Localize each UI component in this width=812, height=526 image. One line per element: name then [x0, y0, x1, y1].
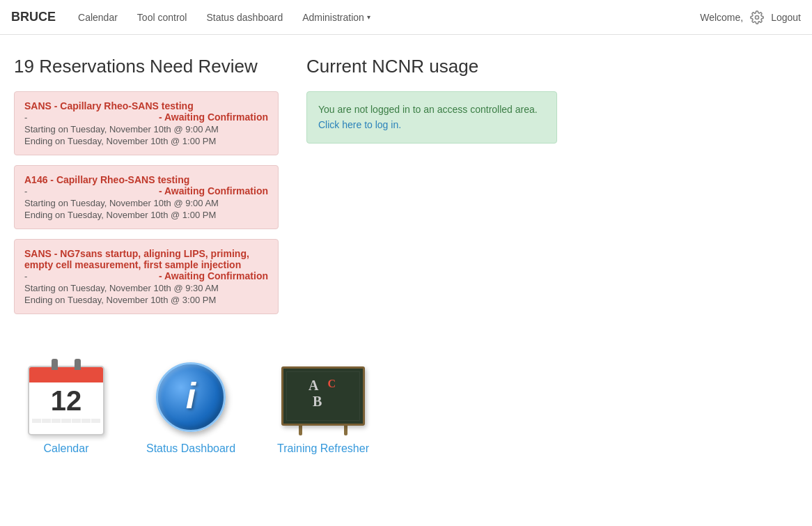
calendar-icon-label: Calendar	[44, 442, 89, 455]
left-column: 19 Reservations Need Review SANS - Capil…	[14, 56, 279, 324]
card-2-title: A146 - Capillary Rheo-SANS testing	[24, 174, 268, 185]
card-2-line2: Ending on Tuesday, November 10th @ 1:00 …	[24, 210, 268, 220]
logout-button[interactable]: Logout	[771, 12, 801, 23]
card-3-line1: Starting on Tuesday, November 10th @ 9:3…	[24, 283, 268, 293]
card-2-line1: Starting on Tuesday, November 10th @ 9:0…	[24, 198, 268, 208]
reservation-card-2[interactable]: A146 - Capillary Rheo-SANS testing - - A…	[14, 165, 279, 229]
welcome-text: Welcome,	[700, 12, 743, 23]
card-3-title: SANS - NG7sans startup, aligning LIPS, p…	[24, 248, 268, 270]
status-icon-label: Status Dashboard	[146, 442, 235, 455]
card-3-awaiting: - Awaiting Confirmation	[159, 270, 268, 281]
card-3-dash: -	[24, 271, 27, 281]
info-circle-bg: i	[156, 362, 226, 432]
reservation-card-3[interactable]: SANS - NG7sans startup, aligning LIPS, p…	[14, 239, 279, 314]
card-2-awaiting: - Awaiting Confirmation	[159, 185, 268, 196]
nav-tool-control[interactable]: Tool control	[129, 8, 196, 27]
card-1-line2: Ending on Tuesday, November 10th @ 1:00 …	[24, 136, 268, 146]
reservations-title: 19 Reservations Need Review	[14, 56, 279, 77]
card-2-dash: -	[24, 186, 27, 196]
nav-status-dashboard[interactable]: Status dashboard	[198, 8, 291, 27]
training-icon-label: Training Refresher	[277, 442, 369, 455]
card-1-title: SANS - Capillary Rheo-SANS testing	[24, 100, 268, 111]
training-refresher-shortcut[interactable]: A C B Training Refresher	[277, 366, 369, 455]
card-1-dash: -	[24, 112, 27, 123]
main-content: 19 Reservations Need Review SANS - Capil…	[0, 35, 812, 338]
navbar-right: Welcome, Logout	[700, 10, 801, 24]
brand-logo: BRUCE	[11, 10, 56, 24]
navbar: BRUCE Calendar Tool control Status dashb…	[0, 0, 812, 35]
info-icon: i	[153, 359, 229, 435]
status-dashboard-shortcut[interactable]: i Status Dashboard	[146, 359, 235, 455]
card-1-line1: Starting on Tuesday, November 10th @ 9:0…	[24, 124, 268, 134]
calendar-icon: 12	[28, 359, 104, 435]
bottom-icons-row: 12 Calendar i Status Dashboard	[0, 338, 812, 469]
nav-links: Calendar Tool control Status dashboard A…	[70, 8, 700, 27]
nav-calendar[interactable]: Calendar	[70, 8, 126, 27]
calendar-day-number: 12	[29, 385, 103, 416]
nav-administration[interactable]: Administration ▾	[294, 8, 379, 27]
chevron-down-icon: ▾	[367, 13, 370, 21]
ncnr-login-link[interactable]: Click here to log in.	[318, 119, 401, 130]
right-column: Current NCNR usage You are not logged in…	[306, 56, 798, 324]
ncnr-notice-text: You are not logged in to an access contr…	[318, 104, 538, 115]
info-letter-i: i	[186, 378, 196, 414]
reservation-card-1[interactable]: SANS - Capillary Rheo-SANS testing - - A…	[14, 91, 279, 155]
svg-point-0	[756, 15, 759, 19]
ncnr-title: Current NCNR usage	[306, 56, 798, 77]
card-1-awaiting: - Awaiting Confirmation	[159, 111, 268, 123]
calendar-shortcut[interactable]: 12 Calendar	[28, 359, 104, 455]
blackboard-icon: A C B	[281, 366, 365, 435]
gear-icon[interactable]	[750, 10, 764, 24]
ncnr-login-box: You are not logged in to an access contr…	[306, 91, 557, 144]
card-3-line2: Ending on Tuesday, November 10th @ 3:00 …	[24, 295, 268, 305]
